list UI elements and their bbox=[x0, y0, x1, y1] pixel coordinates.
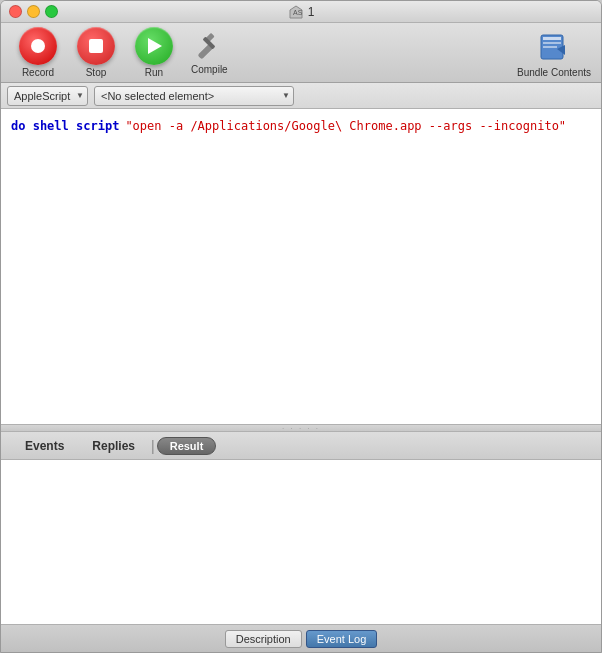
window-body: do shell script "open -a /Applications/G… bbox=[1, 109, 601, 652]
compile-button[interactable] bbox=[193, 30, 225, 62]
result-tab[interactable]: Result bbox=[157, 437, 217, 455]
element-dropdown-wrapper[interactable]: <No selected element> ▼ bbox=[94, 86, 294, 106]
title-bar: AS 1 bbox=[1, 1, 601, 23]
stop-button[interactable] bbox=[77, 27, 115, 65]
tab-divider: | bbox=[149, 438, 157, 454]
svg-rect-6 bbox=[543, 37, 561, 40]
run-button[interactable] bbox=[135, 27, 173, 65]
stop-button-group[interactable]: Stop bbox=[69, 23, 123, 82]
bundle-contents-icon bbox=[535, 27, 573, 65]
toolbar: Record Stop Run Compile bbox=[1, 23, 601, 83]
element-dropdown[interactable]: <No selected element> bbox=[94, 86, 294, 106]
record-icon bbox=[31, 39, 45, 53]
description-tab[interactable]: Description bbox=[225, 630, 302, 648]
footer-bar: Description Event Log bbox=[1, 624, 601, 652]
event-log-tab[interactable]: Event Log bbox=[306, 630, 378, 648]
minimize-button[interactable] bbox=[27, 5, 40, 18]
bundle-icon bbox=[535, 27, 573, 65]
window-title: AS 1 bbox=[288, 4, 315, 20]
svg-rect-8 bbox=[543, 46, 557, 48]
code-editor[interactable]: do shell script "open -a /Applications/G… bbox=[1, 109, 601, 424]
string-value: "open -a /Applications/Google\ Chrome.ap… bbox=[125, 117, 566, 135]
record-button[interactable] bbox=[19, 27, 57, 65]
keyword-do: do shell script bbox=[11, 117, 119, 135]
run-button-group[interactable]: Run bbox=[127, 23, 181, 82]
editor-section: do shell script "open -a /Applications/G… bbox=[1, 109, 601, 424]
code-line-1: do shell script "open -a /Applications/G… bbox=[11, 117, 591, 135]
maximize-button[interactable] bbox=[45, 5, 58, 18]
applescript-icon: AS bbox=[288, 4, 304, 20]
record-label: Record bbox=[22, 67, 54, 78]
svg-rect-7 bbox=[543, 42, 561, 44]
record-button-group[interactable]: Record bbox=[11, 23, 65, 82]
run-icon bbox=[148, 38, 162, 54]
traffic-lights[interactable] bbox=[9, 5, 58, 18]
stop-label: Stop bbox=[86, 67, 107, 78]
compile-button-group[interactable]: Compile bbox=[185, 26, 234, 79]
language-dropdown-wrapper[interactable]: AppleScript ▼ bbox=[7, 86, 88, 106]
stop-icon bbox=[89, 39, 103, 53]
hammer-icon bbox=[194, 31, 224, 61]
close-button[interactable] bbox=[9, 5, 22, 18]
bottom-section: Events Replies | Result bbox=[1, 432, 601, 652]
events-tab[interactable]: Events bbox=[11, 435, 78, 457]
compile-label: Compile bbox=[191, 64, 228, 75]
run-label: Run bbox=[145, 67, 163, 78]
language-dropdown[interactable]: AppleScript bbox=[7, 86, 88, 106]
bundle-contents-button[interactable]: Bundle Contents bbox=[517, 27, 591, 78]
window-title-text: 1 bbox=[308, 5, 315, 19]
replies-tab[interactable]: Replies bbox=[78, 435, 149, 457]
selector-bar: AppleScript ▼ <No selected element> ▼ bbox=[1, 83, 601, 109]
resize-handle[interactable]: · · · · · bbox=[1, 424, 601, 432]
bottom-tabs: Events Replies | Result bbox=[1, 432, 601, 460]
svg-text:AS: AS bbox=[293, 9, 303, 16]
bundle-label: Bundle Contents bbox=[517, 67, 591, 78]
